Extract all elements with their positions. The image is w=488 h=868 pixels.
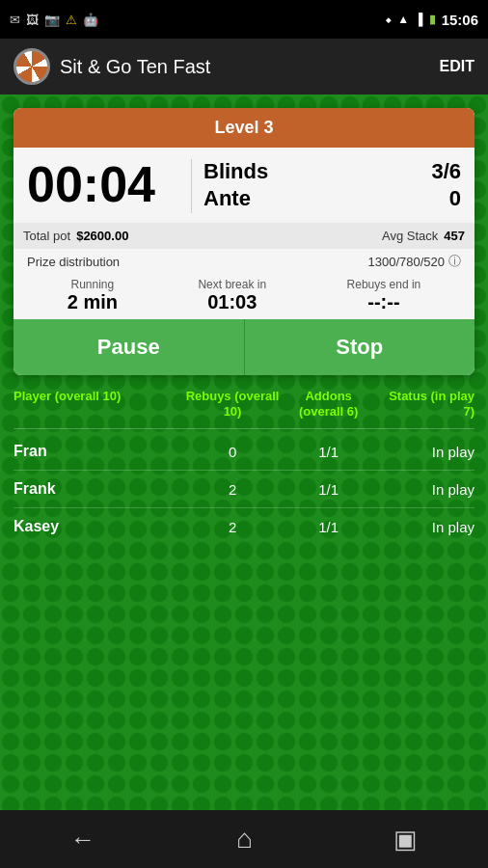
running-label: Running [70,278,114,291]
player-rebuys: 0 [182,444,283,460]
stop-button[interactable]: Stop [245,319,475,375]
android-icon: 🤖 [83,13,98,27]
blinds-row: Blinds 3/6 [203,159,461,184]
running-value: 2 min [68,291,118,313]
player-status: In play [374,444,474,460]
app-title: Sit & Go Ten Fast [60,56,210,78]
table-divider-top [14,428,474,429]
status-bar-icons: ✉ 🖼 📷 ⚠ 🤖 [10,13,98,27]
app-bar: Sit & Go Ten Fast EDIT [0,39,488,95]
ante-label: Ante [203,186,251,211]
main-content: Level 3 00:04 Blinds 3/6 Ante 0 [0,95,488,810]
status-bar: ✉ 🖼 📷 ⚠ 🤖 ⬥ ▲ ▐ ▮ 15:06 [0,0,488,39]
pause-button[interactable]: Pause [14,319,245,375]
blinds-value: 3/6 [431,159,461,184]
running-col: Running 2 min [68,278,118,313]
th-addons: Addons (overall 6) [283,389,375,419]
recent-button[interactable]: ▣ [393,825,418,854]
clock: 15:06 [442,12,478,28]
rebuys-end-value: --:-- [367,291,399,313]
bottom-nav: ← ⌂ ▣ [0,810,488,868]
next-break-col: Next break in 01:03 [198,278,266,313]
player-addons: 1/1 [283,444,375,460]
player-name: Fran [14,443,182,460]
player-status: In play [374,519,474,535]
table-row[interactable]: Fran 0 1/1 In play [14,433,474,470]
table-row[interactable]: Kasey 2 1/1 In play [14,507,474,545]
avg-stack-group: Avg Stack 457 [382,229,465,243]
home-button[interactable]: ⌂ [236,824,253,854]
signal-icon: ▐ [415,13,423,26]
image-icon: 🖼 [26,13,39,27]
avg-stack-value: 457 [444,229,465,243]
total-pot-value: $2600.00 [76,229,128,243]
th-rebuys: Rebuys (overall 10) [182,389,283,419]
stats-row: Total pot $2600.00 Avg Stack 457 [14,223,474,249]
timer-display: 00:04 [27,159,181,209]
level-card: Level 3 00:04 Blinds 3/6 Ante 0 [14,108,474,375]
app-bar-left: Sit & Go Ten Fast [14,48,210,85]
total-pot-label: Total pot [23,229,70,243]
rebuys-end-label: Rebuys end in [347,278,421,291]
player-status: In play [374,481,474,498]
player-addons: 1/1 [283,519,375,535]
mail-icon: ✉ [10,13,20,27]
player-addons: 1/1 [283,481,375,498]
th-status: Status (in play 7) [374,389,474,419]
player-rebuys: 2 [182,481,283,498]
player-name: Frank [14,480,182,498]
app-icon [14,48,50,85]
next-break-label: Next break in [198,278,266,291]
card-body: 00:04 Blinds 3/6 Ante 0 Total pot $2600.… [14,148,474,319]
table-header-row: Player (overall 10) Rebuys (overall 10) … [14,389,474,424]
running-row: Running 2 min Next break in 01:03 Rebuys… [27,274,461,319]
th-player: Player (overall 10) [14,389,182,419]
player-name: Kasey [14,518,182,535]
bluetooth-icon: ⬥ [385,13,392,26]
edit-button[interactable]: EDIT [440,58,474,75]
avg-stack-label: Avg Stack [382,229,438,243]
blinds-section: Blinds 3/6 Ante 0 [191,159,461,213]
prize-dist-value: 1300/780/520 [367,255,445,269]
ante-row: Ante 0 [203,186,461,211]
player-rows: Fran 0 1/1 In play Frank 2 1/1 In play K… [14,433,474,545]
blinds-label: Blinds [203,159,268,184]
rebuys-end-col: Rebuys end in --:-- [347,278,421,313]
player-rebuys: 2 [182,519,283,535]
status-bar-right: ⬥ ▲ ▐ ▮ 15:06 [385,12,478,28]
warning-icon: ⚠ [66,13,77,27]
ante-value: 0 [449,186,461,211]
battery-icon: ▮ [429,13,436,26]
info-icon[interactable]: ⓘ [448,253,461,270]
back-button[interactable]: ← [70,825,95,854]
wifi-icon: ▲ [397,13,409,26]
prize-row: Prize distribution 1300/780/520 ⓘ [27,249,461,274]
card-actions: Pause Stop [14,319,474,375]
level-label: Level 3 [214,118,273,137]
card-header: Level 3 [14,108,474,148]
table-row[interactable]: Frank 2 1/1 In play [14,470,474,507]
player-table: Player (overall 10) Rebuys (overall 10) … [14,389,474,545]
timer-blinds-row: 00:04 Blinds 3/6 Ante 0 [27,159,461,213]
camera-icon: 📷 [44,13,60,27]
next-break-value: 01:03 [207,291,257,313]
prize-dist-label: Prize distribution [27,255,120,269]
total-pot-group: Total pot $2600.00 [23,229,128,243]
